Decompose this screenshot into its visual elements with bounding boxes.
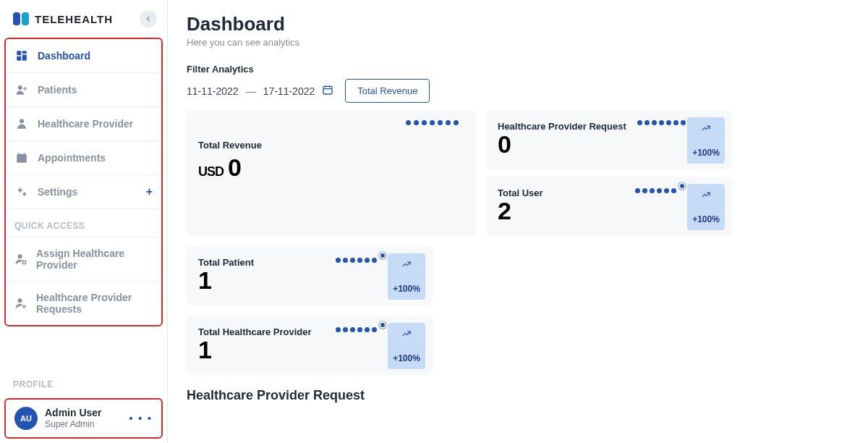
profile-role: Super Admin	[45, 419, 102, 429]
requests-icon: !	[14, 297, 27, 310]
filter-label: Filter Analytics	[187, 64, 849, 75]
card-title: Total Revenue	[198, 140, 464, 151]
date-start: 11-11-2022	[187, 85, 239, 97]
date-end: 17-11-2022	[263, 85, 315, 97]
sparkline-icon	[336, 326, 386, 333]
calendar-icon	[14, 151, 29, 164]
plus-icon[interactable]: +	[146, 186, 153, 198]
svg-rect-1	[22, 51, 27, 54]
card-total-patient: Total Patient 1 +100%	[187, 246, 433, 305]
svg-rect-2	[22, 55, 27, 61]
card-title: Healthcare Provider Request	[498, 121, 626, 132]
avatar: AU	[14, 407, 38, 430]
sidebar-header: TELEHEALTH	[0, 0, 167, 35]
chevron-left-icon	[144, 14, 153, 23]
logo-icon	[13, 12, 29, 25]
trend-value: +100%	[393, 353, 420, 363]
patients-icon	[14, 83, 29, 96]
sidebar-item-label: Settings	[38, 186, 77, 198]
dashboard-icon	[14, 49, 29, 62]
sidebar-item-label: Patients	[38, 84, 77, 96]
card-title: Total Healthcare Provider	[198, 326, 312, 337]
trend-value: +100%	[692, 214, 720, 224]
sidebar-collapse-button[interactable]	[140, 10, 157, 28]
provider-icon	[14, 117, 29, 130]
gears-icon	[14, 185, 29, 198]
profile-box[interactable]: AU Admin User Super Admin • • •	[4, 398, 163, 439]
svg-point-8	[19, 189, 22, 193]
svg-point-4	[18, 85, 22, 90]
profile-menu-button[interactable]: • • •	[129, 413, 153, 424]
trend-value: +100%	[393, 284, 420, 294]
svg-point-12	[18, 298, 22, 303]
sidebar-item-assign-provider[interactable]: Assign Healthcare Provider	[6, 237, 161, 282]
trend-up-icon	[701, 123, 711, 135]
main: Dashboard Here you can see analytics Fil…	[168, 0, 868, 443]
card-total-user: Total User 2 +100%	[486, 177, 732, 236]
assign-icon	[14, 253, 27, 266]
sidebar-item-settings[interactable]: Settings +	[6, 175, 161, 209]
svg-point-10	[18, 254, 22, 258]
sparkline-icon	[336, 256, 386, 263]
svg-point-9	[23, 193, 26, 195]
trend-chip: +100%	[388, 253, 425, 300]
brand-name: TELEHEALTH	[35, 13, 113, 25]
sidebar-item-dashboard[interactable]: Dashboard	[6, 39, 161, 73]
trend-up-icon	[401, 329, 412, 341]
sidebar-item-label: Healthcare Provider Requests	[36, 292, 153, 315]
profile-section: PROFILE AU Admin User Super Admin • • •	[0, 368, 167, 443]
trend-chip: +100%	[687, 117, 725, 164]
sidebar-item-label: Dashboard	[38, 50, 90, 62]
profile-label: PROFILE	[0, 368, 167, 395]
card-total-revenue: Total Revenue USD 0	[187, 110, 476, 236]
sparkline-icon	[635, 187, 686, 194]
trend-up-icon	[401, 259, 412, 271]
nav-highlight-box: Dashboard Patients Healthcare Provider A…	[4, 38, 163, 326]
sidebar-item-healthcare-provider[interactable]: Healthcare Provider	[6, 107, 161, 141]
filter-row: 11-11-2022 — 17-11-2022 Total Revenue	[187, 79, 849, 103]
sparkline-icon	[406, 120, 459, 125]
svg-rect-0	[17, 51, 21, 55]
page-title: Dashboard	[187, 13, 849, 35]
sidebar-item-provider-requests[interactable]: ! Healthcare Provider Requests	[6, 282, 161, 325]
currency-prefix: USD	[198, 165, 224, 178]
date-range-picker[interactable]: 11-11-2022 — 17-11-2022	[187, 84, 333, 98]
trend-value: +100%	[692, 148, 720, 158]
card-total-hcp: Total Healthcare Provider 1 +100%	[187, 316, 433, 375]
section-heading: Healthcare Provider Request	[187, 388, 849, 403]
page-subtitle: Here you can see analytics	[187, 37, 849, 48]
svg-point-11	[22, 261, 26, 264]
svg-rect-3	[17, 56, 21, 61]
trend-chip: +100%	[687, 184, 725, 230]
svg-point-5	[20, 119, 24, 123]
trend-up-icon	[701, 190, 711, 202]
card-hcp-request: Healthcare Provider Request 0 +100%	[486, 110, 732, 169]
profile-info: Admin User Super Admin	[45, 407, 102, 429]
sidebar-item-appointments[interactable]: Appointments	[6, 141, 161, 175]
date-range-separator: —	[246, 85, 256, 97]
sidebar-item-label: Assign Healthcare Provider	[36, 248, 153, 271]
sidebar-item-label: Appointments	[38, 152, 106, 164]
profile-name: Admin User	[45, 407, 102, 419]
trend-chip: +100%	[388, 323, 425, 369]
sparkline-icon	[637, 120, 686, 125]
filter-metric-button[interactable]: Total Revenue	[345, 79, 430, 103]
card-value: USD 0	[198, 155, 464, 180]
sidebar-item-label: Healthcare Provider	[38, 118, 133, 130]
sidebar: TELEHEALTH Dashboard Patients	[0, 0, 168, 443]
calendar-icon	[322, 84, 333, 98]
svg-rect-15	[323, 86, 332, 94]
quick-access-label: QUICK ACCESS	[6, 209, 161, 237]
sidebar-item-patients[interactable]: Patients	[6, 73, 161, 107]
